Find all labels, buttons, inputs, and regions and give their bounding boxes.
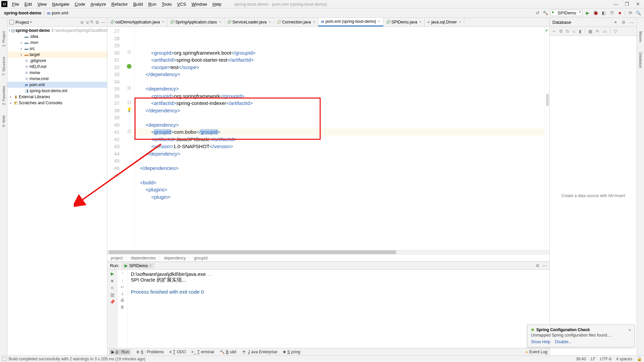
file-encoding[interactable]: UTF-8 xyxy=(600,357,611,361)
run-icon[interactable]: ▶ xyxy=(585,10,591,16)
menu-build[interactable]: Build xyxy=(130,2,146,7)
spring-gutter-icon[interactable] xyxy=(127,64,131,69)
clear-icon[interactable]: 🗑 xyxy=(120,305,124,309)
db-refresh-icon[interactable]: ↻ xyxy=(566,29,570,34)
error-stripe[interactable]: ✔ xyxy=(544,27,549,250)
tree-item--gitignore[interactable]: ≡.gitignore xyxy=(7,58,107,64)
tree-item-mvnw-cmd[interactable]: ≡mvnw.cmd xyxy=(7,76,107,82)
tree-item-mvnw[interactable]: ≡mvnw xyxy=(7,70,107,76)
line-separator[interactable]: LF xyxy=(591,357,595,361)
db-duplicate-icon[interactable]: ⧉ xyxy=(559,28,562,34)
db-edit-icon[interactable]: ✎ xyxy=(596,29,599,34)
notif-disable[interactable]: Disable... xyxy=(555,340,572,344)
menu-vcs[interactable]: VCS xyxy=(174,2,189,7)
tree-item-HELP-md[interactable]: ≡HELP.md xyxy=(7,64,107,70)
toolwindow-toggle-icon[interactable] xyxy=(2,357,7,361)
tab-close-icon[interactable]: × xyxy=(162,20,164,24)
code-line-44[interactable] xyxy=(135,172,544,179)
db-add-icon[interactable]: ＋ xyxy=(552,28,556,34)
tab-serviceloader-java[interactable]: ⓒServiceLoader.java× xyxy=(224,18,274,26)
db-rollback-icon[interactable]: ⎌ xyxy=(573,29,576,34)
db-settings-icon[interactable]: ⚙ xyxy=(622,20,626,25)
run-hide-icon[interactable]: — xyxy=(542,263,547,268)
fold-icon[interactable]: − xyxy=(128,86,131,89)
menu-tools[interactable]: Tools xyxy=(159,2,174,7)
event-log-button[interactable]: ● Event Log xyxy=(526,350,547,354)
tree-root[interactable]: ▾▤ spring-boot-demo E:\workspace\SpringC… xyxy=(7,27,107,34)
run-settings-icon[interactable]: ⚙ xyxy=(536,263,540,268)
code-line-45[interactable]: <build> xyxy=(135,179,544,186)
menu-help[interactable]: Help xyxy=(210,2,224,7)
menu-file[interactable]: File xyxy=(9,2,22,7)
code-line-40[interactable]: <version>1.0-SNAPSHOT</version> xyxy=(135,143,544,150)
build-icon[interactable]: 🔨 xyxy=(542,10,548,16)
db-view-icon[interactable]: ▭ xyxy=(603,29,607,34)
db-hide-icon[interactable]: — xyxy=(630,20,634,25)
notif-expand-icon[interactable]: » xyxy=(629,327,631,332)
bottom-tool-6--problems[interactable]: ⊘ 6: Problems xyxy=(136,350,164,354)
run-console[interactable]: D:\software\java\jdk8\bin\java.exe ...SP… xyxy=(127,270,549,348)
down-icon[interactable]: ↓ xyxy=(121,278,123,283)
bottom-tool-java-enterprise[interactable]: ☕ Java Enterprise xyxy=(241,350,277,354)
rail-favorites[interactable]: 2: Favorites xyxy=(2,86,6,105)
search-everywhere-icon[interactable]: 🔍 xyxy=(635,10,641,16)
code-line-33[interactable]: <groupId>org.springframework</groupId> xyxy=(135,93,544,100)
db-table-icon[interactable]: ▦ xyxy=(588,29,592,34)
code-line-39[interactable]: <artifactId>JavaSPIOracle</artifactId> xyxy=(135,136,544,143)
notif-show-help[interactable]: Show Help xyxy=(531,340,550,344)
code-line-41[interactable]: </dependency> xyxy=(135,150,544,158)
code-line-38[interactable]: <groupId>com.bobo</groupId> xyxy=(135,128,544,136)
intention-bulb-icon[interactable]: 💡 xyxy=(126,106,132,114)
code-line-32[interactable]: <dependency> xyxy=(135,85,544,93)
tree-item-src[interactable]: ▸▬src xyxy=(7,46,107,52)
fold-icon[interactable]: − xyxy=(128,51,131,54)
bottom-tool-4--run[interactable]: ▶ 4: Run xyxy=(109,349,131,355)
code-line-31[interactable] xyxy=(135,78,544,85)
run-stop-icon[interactable]: ■ xyxy=(111,278,114,283)
bottom-tool-build[interactable]: 🔨 Build xyxy=(220,350,236,354)
fold-icon[interactable]: − xyxy=(128,130,131,133)
db-filter-icon[interactable]: ▽ xyxy=(614,29,617,34)
menu-analyze[interactable]: Analyze xyxy=(88,2,109,7)
recompile-icon[interactable]: ↺ xyxy=(534,10,540,16)
tab-springapplication-class[interactable]: ⓒSpringApplication.class× xyxy=(167,18,224,26)
editor-h-scrollbar[interactable] xyxy=(107,250,549,254)
readonly-lock-icon[interactable]: 🔓 xyxy=(637,357,642,361)
tree-item-target[interactable]: ▸▬target xyxy=(7,52,107,58)
bottom-tool-spring[interactable]: ❀ Spring xyxy=(283,350,301,354)
code-line-42[interactable] xyxy=(135,157,544,165)
stop-icon[interactable]: ■ xyxy=(617,10,623,16)
layout-icon[interactable]: ▥ xyxy=(110,292,114,297)
rerun-icon[interactable]: ▶ xyxy=(111,271,114,276)
db-new-icon[interactable]: ✦ xyxy=(614,20,618,25)
tab-connection-java[interactable]: ⒾConnection.java× xyxy=(274,18,318,26)
tab-ootdemoapplication-java[interactable]: ⓒootDemoApplication.java× xyxy=(107,18,167,26)
tree-item--idea[interactable]: ▬.idea xyxy=(7,34,107,40)
menu-refactor[interactable]: Refactor xyxy=(109,2,130,7)
code-line-43[interactable]: </dependencies> xyxy=(135,165,544,172)
pin-icon[interactable]: 📌 xyxy=(110,299,115,304)
tab-close-icon[interactable]: × xyxy=(459,20,461,24)
bottom-tool-terminal[interactable]: >_ Terminal xyxy=(191,350,214,354)
code-line-47[interactable]: <plugin> xyxy=(135,193,544,201)
bottom-tool-todo[interactable]: ≡ TODO xyxy=(169,350,186,354)
indent-setting[interactable]: 4 spaces xyxy=(616,357,632,361)
select-opened-file-icon[interactable]: ⊕ xyxy=(80,20,84,25)
tree-item--mvn[interactable]: ▸▬.mvn xyxy=(7,40,107,46)
tab-close-icon[interactable]: × xyxy=(419,20,422,24)
coverage-icon[interactable]: ◧ xyxy=(601,10,607,16)
tab-close-icon[interactable]: × xyxy=(269,20,271,24)
tab-pom-xml--spring-boot-demo-[interactable]: mpom.xml (spring-boot-demo)× xyxy=(318,18,383,26)
tab-close-icon[interactable]: × xyxy=(219,20,221,24)
code-line-37[interactable]: <dependency> xyxy=(135,121,544,129)
gear-icon[interactable]: ⚙ xyxy=(95,20,99,25)
menu-edit[interactable]: Edit xyxy=(22,2,35,7)
up-icon[interactable]: ↑ xyxy=(121,271,123,276)
project-dropdown[interactable]: Project xyxy=(15,20,29,25)
rail-structure[interactable]: 7: Structure xyxy=(2,57,6,76)
menu-run[interactable]: Run xyxy=(146,2,159,7)
rail-maven[interactable]: Maven xyxy=(639,31,643,42)
editor[interactable]: 2728293031323334353637383940414243444546… xyxy=(107,27,549,250)
expand-all-icon[interactable]: ⇲ xyxy=(85,20,89,25)
editor-breadcrumb[interactable]: project〉 dependencies〉 dependency〉 group… xyxy=(107,254,549,261)
